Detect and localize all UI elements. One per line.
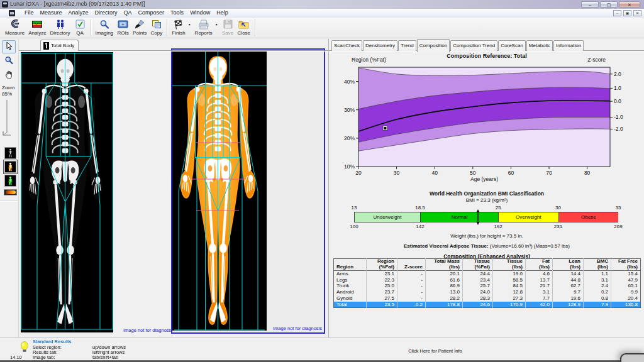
toolbar-button-measure[interactable]: Measure [3,18,26,38]
table-row-gynoid[interactable]: Gynoid27.5-28.228.327.37.719.60.820.4 [334,295,641,302]
svg-text:30%: 30% [344,107,355,113]
column-header: BMC(lbs) [584,259,611,271]
svg-text:Age (years): Age (years) [470,176,498,182]
table-cell: 25.7 [463,283,493,289]
table-row-trunk[interactable]: Trunk25.0-86.925.784.521.762.72.465.1 [334,283,641,289]
menu-file[interactable]: File [21,9,37,18]
tab-corescan[interactable]: CoreScan [498,40,526,51]
tab-metabolic[interactable]: Metabolic [526,40,553,51]
menu-directory[interactable]: Directory [92,9,121,18]
table-row-android[interactable]: Android23.7-13.024.012.83.19.70.29.9 [334,289,641,295]
svg-text:Region (%Fat): Region (%Fat) [352,57,386,63]
menu-window[interactable]: Window [187,9,213,18]
menu-help[interactable]: Help [213,9,231,18]
tab-scancheck[interactable]: ScanCheck [331,40,362,51]
zoom-slider[interactable] [6,100,8,133]
table-cell: 25.0 [367,283,397,289]
cursor-icon [5,41,13,53]
bone-scan-image[interactable] [21,52,113,332]
disclaimer-left: Image not for diagnosis [123,327,172,333]
zoom-tool[interactable] [2,55,16,68]
dropdown-arrow-icon[interactable]: ▼ [214,18,220,38]
menu-analyze[interactable]: Analyze [65,9,92,18]
toolbar-label-close: Close [238,30,250,36]
table-cell: 86.9 [426,283,463,289]
toolbar-button-analyze[interactable]: Analyze [26,18,48,38]
bmi-marker-arrow [475,209,480,225]
menu-tools[interactable]: Tools [167,9,187,18]
toolbar-button-points[interactable]: Points [131,18,148,38]
table-cell: 4.6 [526,271,553,277]
results-panel: ScanCheckDensitometryTrendCompositionCom… [328,39,644,337]
table-cell: - [397,277,426,283]
menu-composer[interactable]: Composer [135,9,168,18]
bmi-tick-bottom: 269 [614,224,622,229]
svg-text:2.0: 2.0 [614,71,621,77]
menu-measure[interactable]: Measure [37,9,65,18]
patient-info-link[interactable]: Click Here for Patient Info [379,348,492,354]
table-cell: 22.3 [367,277,397,283]
tab-total-body[interactable]: Total Body [40,40,79,51]
table-cell: 20.1 [426,271,463,277]
table-row-legs[interactable]: Legs22.3-61.623.458.513.744.83.147.9 [334,277,641,283]
column-header: Fat Free(lbs) [611,259,641,271]
toolbar-label-rois: ROIs [117,30,128,36]
table-cell: 7.7 [526,295,553,302]
colormap-thumbnail[interactable] [4,189,17,195]
close-button[interactable]: ✕ [619,1,640,8]
table-cell: 42.0 [526,302,553,308]
results-tabs: ScanCheckDensitometryTrendCompositionCom… [331,40,584,50]
mdi-restore-button[interactable]: ▣ [623,10,631,16]
mdi-minimize-button[interactable]: – [613,10,621,16]
table-cell: 178.8 [426,302,463,308]
roi-screen-icon [117,19,129,30]
bmi-segment-label: Normal [421,212,498,222]
corner-popup [620,353,644,362]
column-header: Tissue(%Fat) [463,259,493,271]
tab-densitometry[interactable]: Densitometry [363,40,397,51]
toolbar-button-imaging[interactable]: Imaging [94,18,115,38]
toolbar-button-qa[interactable]: QA [72,18,88,38]
composition-scan-image[interactable] [172,50,267,331]
tab-composition-trend[interactable]: Composition Trend [450,40,497,51]
pan-tool[interactable] [2,69,16,82]
zoom-slider-handle[interactable] [3,131,11,136]
mdi-close-button[interactable]: ✕ [633,10,641,16]
column-header: Total Mass(lbs) [426,259,463,271]
bmi-scale: UnderweightNormalOverweightObese1318.525… [329,190,644,240]
table-cell: 84.5 [493,283,526,289]
toolbar-label-qa: QA [76,30,84,36]
pointer-tool[interactable] [2,40,16,53]
toolbar-button-directory[interactable]: Directory [48,18,72,38]
dropdown-arrow-icon[interactable]: ▼ [187,18,193,38]
svg-text:30: 30 [394,170,400,176]
table-cell: Android [334,289,367,295]
table-cell: 23.1 [367,271,397,277]
toolbar-button-rois[interactable]: ROIs [115,18,131,38]
menu-qa[interactable]: QA [121,9,135,18]
composition-image-thumbnail[interactable] [4,161,16,173]
toolbar-button-finish[interactable]: Finish [170,18,187,38]
table-cell: 44.8 [553,277,584,283]
toolbar-button-copy[interactable]: Copy [148,18,164,38]
tab-information[interactable]: Information [553,40,584,51]
toolbar-button-save[interactable]: Save [220,18,236,38]
toolbar-button-reports[interactable]: Reports [193,18,214,38]
bone-image-thumbnail[interactable] [4,147,16,159]
bmi-segment-overweight: Overweight [498,212,558,222]
svg-text:Z-score: Z-score [587,57,606,63]
table-row-total[interactable]: Total23.5-0.2178.824.6170.942.0128.97.91… [334,302,641,308]
restore-button[interactable]: ▢ [600,1,618,8]
tab-composition[interactable]: Composition [417,39,450,52]
hand-icon [5,70,13,82]
visceral-values: (Volume=16.60 in³) (Mass=0.57 lbs) [489,243,570,249]
table-row-arms[interactable]: Arms23.1-20.124.419.04.614.41.115.4 [334,271,641,277]
minimize-button[interactable]: – [581,1,599,8]
tab-trend[interactable]: Trend [398,40,416,51]
table-cell: 136.8 [611,302,641,308]
toolbar-button-close[interactable]: Close [236,18,252,38]
tissue-image-thumbnail[interactable] [4,175,16,187]
document-icon[interactable] [9,10,15,16]
table-cell: 128.9 [553,302,584,308]
magnifier-icon [98,19,110,30]
